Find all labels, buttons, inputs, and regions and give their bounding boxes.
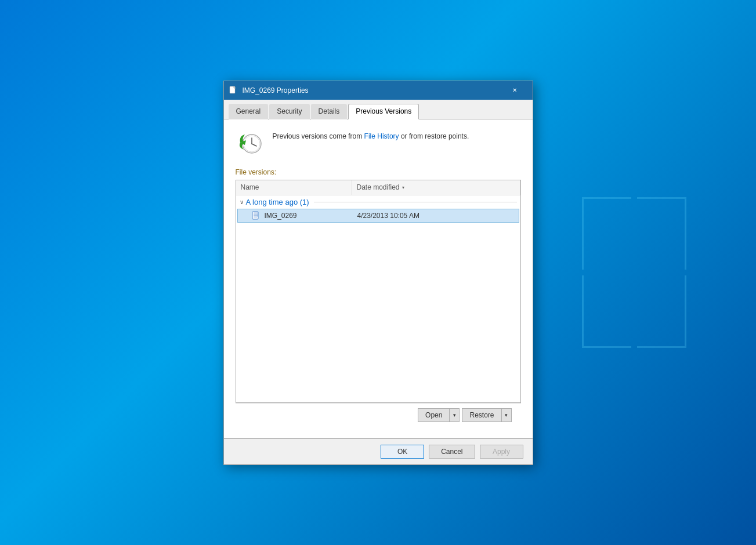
properties-dialog: IMG_0269 Properties ✕ General Security D… bbox=[223, 81, 533, 465]
tabs-bar: General Security Details Previous Versio… bbox=[224, 100, 533, 119]
dialog-titlebar: IMG_0269 Properties ✕ bbox=[224, 81, 533, 100]
tab-security[interactable]: Security bbox=[269, 104, 309, 119]
col-header-name[interactable]: Name bbox=[236, 180, 352, 195]
sort-icon: ▾ bbox=[402, 185, 404, 190]
ok-button[interactable]: OK bbox=[381, 445, 424, 459]
file-history-link[interactable]: File History bbox=[364, 132, 399, 140]
file-history-icon bbox=[236, 129, 263, 157]
restore-dropdown-button[interactable]: ▾ bbox=[501, 408, 512, 422]
action-buttons-bar: Open ▾ Restore ▾ bbox=[236, 403, 521, 427]
group-header: ∨ A long time ago (1) bbox=[236, 195, 520, 209]
list-header: Name Date modified ▾ bbox=[236, 180, 520, 195]
close-button[interactable]: ✕ bbox=[501, 81, 528, 100]
file-item-date: 4/23/2013 10:05 AM bbox=[357, 212, 419, 220]
svg-rect-9 bbox=[254, 212, 258, 216]
open-dropdown-button[interactable]: ▾ bbox=[449, 408, 460, 422]
info-section: Previous versions come from File History… bbox=[236, 129, 521, 157]
tab-previous-versions[interactable]: Previous Versions bbox=[348, 104, 419, 119]
dialog-title: IMG_0269 Properties bbox=[243, 86, 501, 95]
file-versions-label: File versions: bbox=[236, 168, 521, 176]
cancel-button[interactable]: Cancel bbox=[429, 445, 475, 459]
restore-button[interactable]: Restore bbox=[462, 408, 501, 422]
dialog-footer: OK Cancel Apply bbox=[224, 438, 533, 464]
restore-split-button: Restore ▾ bbox=[462, 408, 511, 422]
table-row[interactable]: IMG_0269 4/23/2013 10:05 AM bbox=[237, 209, 519, 223]
group-label: A long time ago (1) bbox=[246, 198, 309, 206]
dialog-title-icon bbox=[229, 86, 238, 95]
file-item-name: IMG_0269 bbox=[265, 212, 357, 220]
open-split-button: Open ▾ bbox=[418, 408, 460, 422]
col-header-date[interactable]: Date modified ▾ bbox=[352, 180, 520, 195]
info-description: Previous versions come from File History… bbox=[273, 129, 469, 141]
dialog-body: Previous versions come from File History… bbox=[224, 119, 533, 438]
file-item-icon bbox=[252, 211, 261, 220]
info-text-part2: or from restore points. bbox=[399, 132, 469, 140]
group-expand-icon[interactable]: ∨ bbox=[240, 199, 244, 205]
tab-details[interactable]: Details bbox=[311, 104, 348, 119]
group-line bbox=[314, 202, 517, 202]
open-button[interactable]: Open bbox=[418, 408, 449, 422]
tab-general[interactable]: General bbox=[229, 104, 269, 119]
file-versions-list[interactable]: Name Date modified ▾ ∨ A long time ago (… bbox=[236, 180, 521, 403]
windows-logo-decoration bbox=[582, 197, 686, 348]
apply-button[interactable]: Apply bbox=[480, 445, 523, 459]
info-text-part1: Previous versions come from bbox=[273, 132, 364, 140]
